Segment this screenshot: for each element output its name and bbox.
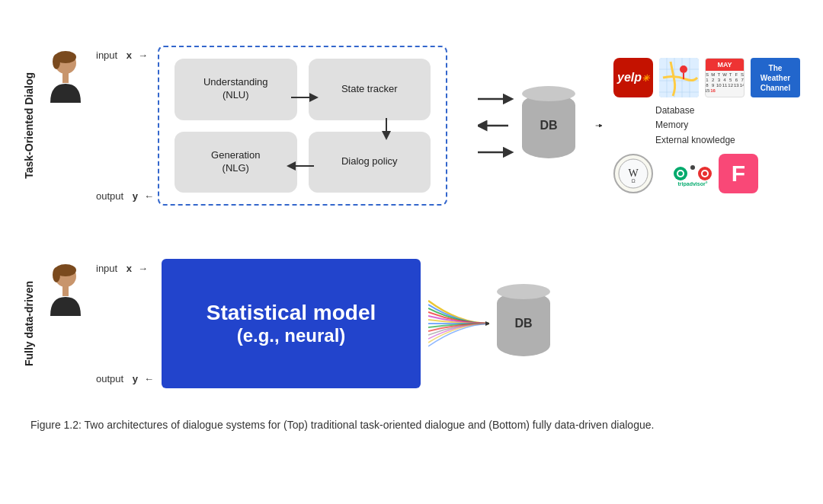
svg-rect-3 [62,72,69,83]
statistical-model-box: Statistical model (e.g., neural) [162,259,421,388]
dialog-policy-module: Dialog policy [309,132,431,193]
svg-point-25 [678,171,683,176]
model-subtitle: (e.g., neural) [237,325,346,346]
top-section: Task-Oriented Dialog input x → ou [23,15,800,236]
map-icon [659,58,699,97]
box-to-db-arrows [478,46,516,206]
io-labels-top: input x → output y ← [96,49,154,202]
svg-text:tripadvisor°: tripadvisor° [678,181,708,187]
top-avatar-col [43,49,88,202]
svg-point-28 [703,171,707,176]
svg-point-19 [680,65,687,73]
svg-point-33 [53,267,60,282]
nlg-module: Generation(NLG) [175,132,297,193]
svg-point-29 [690,165,695,170]
tripadvisor-icon: tripadvisor° [673,160,713,187]
svg-rect-34 [62,285,69,296]
foursquare-icon: F [719,154,758,193]
input-label-top: input x → [96,49,154,61]
svg-marker-35 [485,321,489,326]
icons-section: yelp✳ [613,58,800,193]
db-top [522,94,575,158]
bottom-avatar-col [43,263,88,384]
state-tracker-module: State tracker [309,59,431,120]
nlu-module: Understanding(NLU) [175,59,297,120]
dashed-box: Understanding(NLU) State tracker Generat… [158,46,447,206]
avatar-top [43,49,88,103]
yelp-icon: yelp✳ [613,58,653,97]
bottom-section: Fully data-driven input x → output y ← [23,240,800,407]
box-to-db-svg [478,57,516,194]
db-cylinder-top [522,94,575,158]
calendar-icon: MAY S M T W T F S 1 2 3 4 5 6 [705,58,745,97]
top-section-label: Task-Oriented Dialog [23,72,35,179]
input-label-bottom: input x → [96,263,154,274]
db-cylinder-bottom [497,292,550,356]
db-to-icons-arrow [594,69,602,183]
icons-row-1: yelp✳ [613,58,800,97]
db-labels: Database Memory External knowledge [613,104,800,148]
output-label-bottom: output y ← [96,373,154,384]
cables-svg [428,285,489,362]
icons-row-2: W Ω [613,154,800,193]
caption: Figure 1.2: Two architectures of dialogu… [23,416,800,433]
model-title: Statistical model [207,301,376,325]
wikipedia-icon: W Ω [613,154,653,193]
svg-point-2 [53,54,60,69]
main-container: Task-Oriented Dialog input x → ou [0,0,823,504]
svg-text:Ω: Ω [631,178,635,183]
avatar-bottom [43,263,88,316]
bottom-section-label: Fully data-driven [23,281,35,366]
output-label-top: output y ← [96,190,154,202]
svg-text:W: W [628,167,639,179]
io-labels-bottom: input x → output y ← [96,263,154,384]
pipeline-container: Understanding(NLU) State tracker Generat… [158,46,463,206]
weather-icon: TheWeatherChannel [751,58,800,97]
